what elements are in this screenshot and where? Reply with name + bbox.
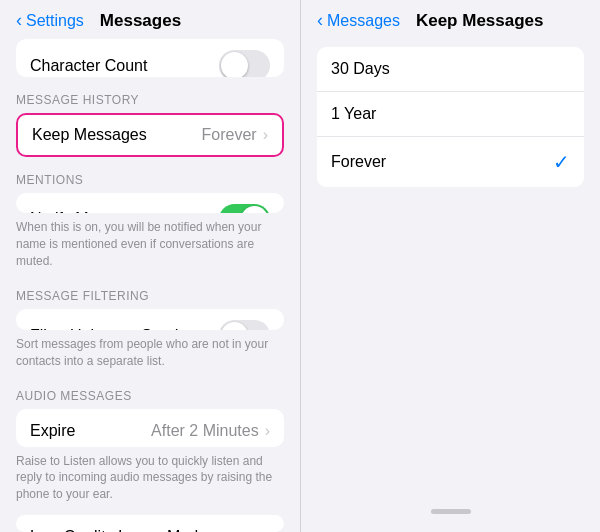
- character-count-toggle[interactable]: [219, 50, 270, 77]
- expire-label: Expire: [30, 422, 75, 440]
- right-back-label: Messages: [327, 12, 400, 30]
- filtering-list: Filter Unknown Senders: [16, 309, 284, 329]
- right-panel: ‹ Messages Keep Messages 30 Days 1 Year …: [300, 0, 600, 532]
- notify-me-footer: When this is on, you will be notified wh…: [0, 213, 300, 273]
- option-30-days[interactable]: 30 Days: [317, 47, 584, 92]
- option-forever[interactable]: Forever ✓: [317, 137, 584, 187]
- top-settings-list: Character Count Blocked Contacts ›: [16, 39, 284, 77]
- toggle-knob-notify: [241, 206, 268, 213]
- message-history-header: Message History: [0, 77, 300, 113]
- toggle-knob: [221, 52, 248, 77]
- option-1-year-label: 1 Year: [331, 105, 376, 123]
- notify-me-toggle[interactable]: [219, 204, 270, 213]
- mentions-list: Notify Me: [16, 193, 284, 213]
- expire-chevron-icon: ›: [265, 422, 270, 440]
- option-1-year[interactable]: 1 Year: [317, 92, 584, 137]
- messages-back-button[interactable]: ‹ Messages: [317, 10, 400, 31]
- option-30-days-label: 30 Days: [331, 60, 390, 78]
- raise-to-listen-footer: Raise to Listen allows you to quickly li…: [0, 447, 300, 507]
- left-nav-bar: ‹ Settings Messages: [0, 0, 300, 39]
- toggle-knob-filter: [221, 322, 248, 329]
- low-quality-row[interactable]: Low Quality Image Mode: [16, 515, 284, 532]
- home-indicator: [431, 509, 471, 514]
- back-chevron-icon: ‹: [16, 10, 22, 31]
- keep-messages-value: Forever: [202, 126, 257, 144]
- low-quality-list: Low Quality Image Mode: [16, 515, 284, 532]
- mentions-header: Mentions: [0, 157, 300, 193]
- notify-me-row[interactable]: Notify Me: [16, 193, 284, 213]
- left-panel: ‹ Settings Messages Character Count Bloc…: [0, 0, 300, 532]
- expire-value: After 2 Minutes: [151, 422, 259, 440]
- filter-unknown-toggle[interactable]: [219, 320, 270, 329]
- settings-back-button[interactable]: ‹ Settings: [16, 10, 84, 31]
- filter-unknown-footer: Sort messages from people who are not in…: [0, 330, 300, 374]
- low-quality-label: Low Quality Image Mode: [30, 528, 207, 532]
- keep-messages-label: Keep Messages: [32, 126, 147, 144]
- checkmark-icon: ✓: [553, 150, 570, 174]
- character-count-label: Character Count: [30, 57, 147, 75]
- character-count-right: [219, 50, 270, 77]
- audio-messages-header: Audio Messages: [0, 373, 300, 409]
- keep-messages-right: Forever ›: [202, 126, 268, 144]
- keep-messages-row[interactable]: Keep Messages Forever ›: [16, 113, 284, 157]
- filter-unknown-row[interactable]: Filter Unknown Senders: [16, 309, 284, 329]
- left-nav-title: Messages: [100, 11, 181, 31]
- audio-list: Expire After 2 Minutes › Raise to Listen: [16, 409, 284, 446]
- option-forever-label: Forever: [331, 153, 386, 171]
- keep-messages-chevron-icon: ›: [263, 126, 268, 144]
- back-label: Settings: [26, 12, 84, 30]
- message-filtering-header: Message Filtering: [0, 273, 300, 309]
- right-nav-bar: ‹ Messages Keep Messages: [301, 0, 600, 39]
- keep-messages-options-list: 30 Days 1 Year Forever ✓: [317, 47, 584, 187]
- right-back-chevron-icon: ‹: [317, 10, 323, 31]
- character-count-row[interactable]: Character Count: [16, 39, 284, 77]
- right-nav-title: Keep Messages: [416, 11, 544, 31]
- expire-right: After 2 Minutes ›: [151, 422, 270, 440]
- expire-row[interactable]: Expire After 2 Minutes ›: [16, 409, 284, 446]
